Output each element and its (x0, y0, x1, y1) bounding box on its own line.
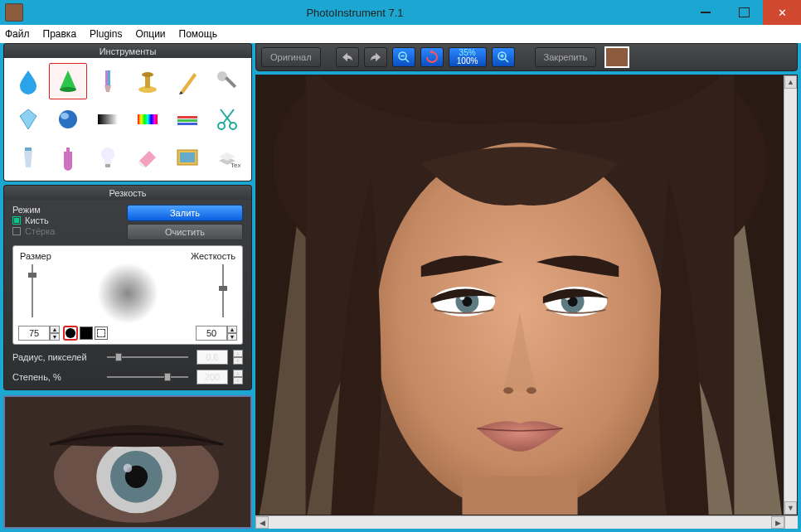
scissors-icon (214, 106, 240, 133)
tool-gradient[interactable] (89, 101, 127, 138)
svg-line-31 (504, 59, 508, 63)
original-button[interactable]: Оригинал (261, 47, 321, 67)
scroll-corner (784, 515, 798, 529)
fill-button[interactable]: Залить (127, 205, 243, 221)
svg-rect-2 (108, 70, 110, 85)
hardness-spinner[interactable]: ▲▼ (227, 326, 237, 341)
image-canvas[interactable] (256, 75, 784, 515)
hardness-value[interactable]: 50 (196, 326, 227, 341)
brush-mode-checkbox[interactable]: Кисть (12, 215, 127, 225)
tool-bottle[interactable] (49, 139, 87, 176)
window-controls (687, 0, 801, 25)
rotate-button[interactable] (420, 47, 444, 67)
svg-point-5 (142, 72, 153, 77)
horizontal-scrollbar[interactable]: ◀▶ (255, 515, 784, 529)
menu-plugins[interactable]: Plugins (90, 28, 122, 40)
tool-brush[interactable] (89, 63, 127, 99)
radius-slider[interactable] (107, 356, 188, 358)
svg-point-26 (124, 464, 132, 472)
pin-button[interactable]: Закрепить (535, 47, 597, 67)
gradient-bw-icon (95, 106, 121, 133)
brush-shape-square[interactable] (80, 326, 93, 340)
tool-gem[interactable] (9, 101, 47, 138)
close-button[interactable] (763, 0, 801, 25)
menu-edit[interactable]: Правка (43, 28, 77, 40)
zoom-out-button[interactable] (392, 47, 415, 67)
undo-button[interactable] (336, 47, 359, 67)
degree-value[interactable]: 200 (197, 370, 228, 384)
radius-spinner[interactable]: ▲▼ (233, 350, 243, 365)
tool-dodge[interactable] (208, 63, 246, 99)
zoom-in-button[interactable] (492, 47, 515, 67)
svg-rect-11 (138, 114, 158, 124)
svg-rect-14 (177, 123, 197, 125)
maximize-button[interactable] (725, 0, 763, 25)
sphere-icon (55, 106, 81, 133)
menu-options[interactable]: Опции (135, 28, 165, 40)
brush-icon (95, 68, 121, 94)
tool-smudge[interactable] (49, 63, 87, 99)
brush-shape-custom[interactable] (95, 326, 108, 340)
sharp-panel: Режим Кисть Стёрка Залить Очистить (3, 200, 252, 390)
tool-blur[interactable] (9, 63, 47, 99)
svg-rect-7 (225, 76, 236, 88)
tool-tube[interactable] (9, 139, 47, 176)
degree-label: Степень, % (12, 372, 99, 382)
gem-icon (15, 106, 41, 133)
svg-point-49 (527, 387, 536, 394)
tool-scissors[interactable] (208, 101, 246, 138)
menu-help[interactable]: Помощь (179, 28, 217, 40)
size-slider[interactable] (32, 264, 33, 317)
bottle-icon (55, 144, 81, 171)
pencil-icon (174, 68, 201, 94)
hardness-slider[interactable] (222, 264, 224, 317)
size-value[interactable]: 75 (18, 326, 50, 341)
brush-sliders: Размер Жесткость 75 ▲▼ (12, 245, 243, 345)
svg-point-48 (503, 387, 513, 394)
hue-icon (134, 106, 161, 133)
mode-label: Режим (12, 205, 127, 215)
svg-rect-17 (105, 164, 110, 167)
tools-panel: Text (3, 58, 252, 181)
svg-line-28 (405, 59, 409, 63)
detail-preview (3, 395, 252, 529)
redo-button[interactable] (364, 47, 387, 67)
tool-hue[interactable] (129, 101, 167, 138)
svg-point-0 (60, 87, 76, 92)
svg-text:Text: Text (231, 162, 240, 169)
window-title: PhotoInstrument 7.1 (23, 7, 687, 19)
radius-value[interactable]: 0.6 (197, 350, 228, 365)
picture-icon (174, 144, 201, 171)
eraser-mode-checkbox[interactable]: Стёрка (12, 226, 127, 236)
tools-panel-title: Инструменты (3, 43, 252, 58)
tool-picture[interactable] (168, 139, 206, 176)
brush-shape-round[interactable] (63, 326, 78, 341)
clone-stamp-icon (134, 68, 161, 94)
tool-pencil[interactable] (168, 63, 206, 99)
menu-file[interactable]: Файл (5, 28, 30, 40)
title-bar: PhotoInstrument 7.1 (0, 0, 801, 25)
radius-label: Радиус, пикселей (12, 352, 99, 362)
tool-bulb[interactable] (89, 139, 127, 176)
tool-clone[interactable] (129, 63, 167, 99)
dodge-icon (214, 68, 240, 94)
svg-rect-13 (177, 119, 197, 122)
size-spinner[interactable]: ▲▼ (50, 326, 60, 341)
zoom-indicator[interactable]: 35% 100% (449, 47, 487, 67)
svg-rect-1 (105, 70, 108, 85)
size-label: Размер (20, 251, 51, 261)
svg-rect-39 (462, 476, 577, 515)
app-icon (5, 3, 23, 22)
degree-slider[interactable] (107, 376, 188, 378)
vertical-scrollbar[interactable]: ▲▼ (784, 75, 797, 515)
tool-sphere[interactable] (49, 101, 87, 138)
tool-levels[interactable] (168, 101, 206, 138)
image-thumbnail[interactable] (604, 46, 629, 68)
tool-layers[interactable]: Text (208, 139, 246, 176)
minimize-button[interactable] (687, 0, 725, 25)
sharp-panel-title: Резкость (3, 185, 252, 200)
svg-rect-10 (98, 114, 118, 124)
degree-spinner[interactable]: ▲▼ (233, 370, 243, 384)
clear-button[interactable]: Очистить (127, 224, 243, 240)
tool-eraser[interactable] (129, 139, 167, 176)
